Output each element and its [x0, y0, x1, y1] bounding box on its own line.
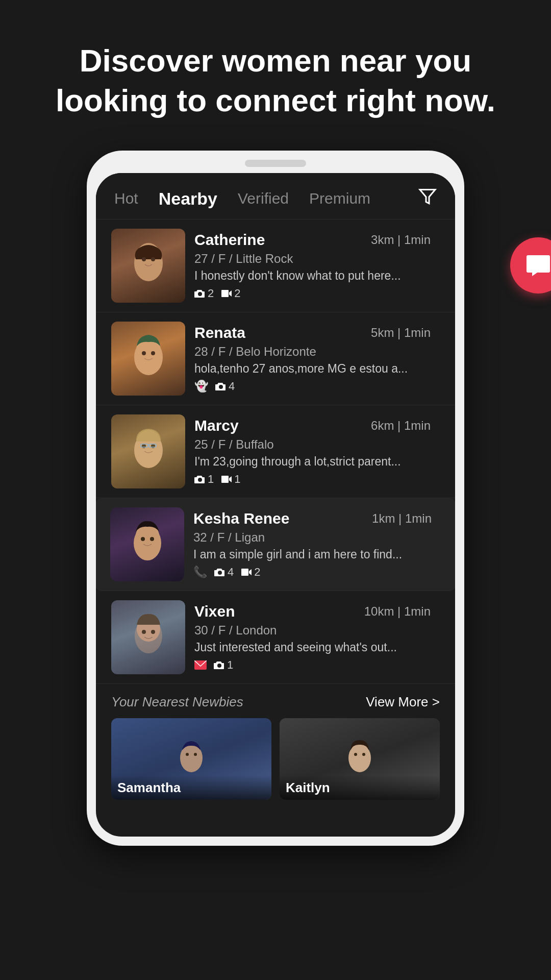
user-badges-renata: 👻 4	[194, 380, 431, 393]
user-bio-vixen: Just interested and seeing what's out...	[194, 641, 409, 654]
svg-point-3	[142, 257, 146, 261]
svg-point-26	[186, 753, 189, 756]
tab-premium[interactable]: Premium	[309, 190, 370, 207]
user-info-marcy: Marcy 6km | 1min 25 / F / Buffalo I'm 23…	[185, 417, 440, 486]
newbies-header: Your Nearest Newbies View More >	[111, 694, 440, 710]
phone-wrapper: Hot Nearby Verified Premium	[0, 140, 551, 856]
user-row-marcy[interactable]: Marcy 6km | 1min 25 / F / Buffalo I'm 23…	[96, 405, 455, 498]
user-name-kesha: Kesha Renee	[193, 510, 289, 527]
user-meta-renata: 28 / F / Belo Horizonte	[194, 345, 431, 359]
newbies-grid: Samantha	[111, 718, 440, 800]
svg-point-22	[151, 630, 155, 634]
svg-marker-0	[420, 190, 435, 204]
tab-hot[interactable]: Hot	[114, 190, 138, 207]
svg-point-7	[142, 351, 146, 355]
badge-camera: 4	[214, 566, 234, 579]
avatar-renata	[111, 322, 185, 396]
badge-phone: 📞	[193, 566, 207, 579]
user-info-renata: Renata 5km | 1min 28 / F / Belo Horizont…	[185, 324, 440, 393]
badge-camera: 2	[194, 287, 214, 300]
filter-icon[interactable]	[418, 187, 437, 210]
user-distance-catherine: 3km | 1min	[371, 233, 431, 247]
avatar-marcy	[111, 414, 185, 488]
user-name-vixen: Vixen	[194, 603, 235, 620]
svg-point-8	[151, 351, 155, 355]
user-row-kesha[interactable]: Kesha Renee 1km | 1min 32 / F / Ligan I …	[96, 498, 455, 591]
user-info-vixen: Vixen 10km | 1min 30 / F / London Just i…	[185, 603, 440, 672]
user-name-renata: Renata	[194, 324, 245, 341]
avatar-catherine	[111, 229, 185, 303]
user-list: Catherine 3km | 1min 27 / F / Little Roc…	[96, 219, 455, 810]
user-info-catherine: Catherine 3km | 1min 27 / F / Little Roc…	[185, 231, 440, 300]
user-bio-kesha: I am a simple girl and i am here to find…	[193, 548, 408, 561]
badge-video: 2	[221, 287, 240, 300]
tab-nearby[interactable]: Nearby	[159, 189, 217, 209]
badge-video: 2	[241, 566, 260, 579]
newbie-card-samantha[interactable]: Samantha	[111, 718, 271, 800]
svg-point-17	[141, 537, 145, 541]
phone-notch	[245, 160, 306, 167]
user-distance-marcy: 6km | 1min	[371, 419, 431, 433]
view-more-button[interactable]: View More >	[366, 694, 440, 710]
svg-point-21	[142, 630, 146, 634]
avatar-kesha	[110, 507, 184, 581]
user-bio-renata: hola,tenho 27 anos,more MG e estou a...	[194, 362, 409, 376]
newbie-overlay-kaitlyn: Kaitlyn	[280, 775, 440, 800]
user-row-renata[interactable]: Renata 5km | 1min 28 / F / Belo Horizont…	[96, 312, 455, 405]
newbies-section: Your Nearest Newbies View More >	[96, 684, 455, 810]
user-distance-kesha: 1km | 1min	[372, 511, 432, 526]
user-badges-marcy: 1 1	[194, 473, 431, 486]
headline-line2: looking to connect right now.	[56, 83, 495, 118]
phone-frame: Hot Nearby Verified Premium	[87, 151, 464, 846]
svg-point-18	[150, 537, 154, 541]
user-distance-renata: 5km | 1min	[371, 326, 431, 340]
user-row-catherine[interactable]: Catherine 3km | 1min 27 / F / Little Roc…	[96, 219, 455, 312]
user-distance-vixen: 10km | 1min	[364, 604, 431, 619]
svg-point-12	[151, 444, 155, 448]
newbie-card-kaitlyn[interactable]: Kaitlyn	[280, 718, 440, 800]
svg-point-30	[354, 753, 357, 756]
fab-button[interactable]	[510, 237, 551, 293]
user-meta-kesha: 32 / F / Ligan	[193, 530, 432, 545]
user-bio-marcy: I'm 23,going through a lot,strict parent…	[194, 455, 409, 469]
badge-camera: 1	[214, 658, 233, 672]
svg-point-11	[142, 444, 146, 448]
user-name-catherine: Catherine	[194, 231, 265, 249]
badge-camera: 4	[215, 380, 235, 393]
user-badges-vixen: 1	[194, 658, 431, 672]
svg-point-27	[194, 753, 197, 756]
headline: Discover women near you looking to conne…	[0, 0, 551, 140]
newbie-name-samantha: Samantha	[117, 780, 181, 795]
avatar-vixen	[111, 600, 185, 674]
user-row-vixen[interactable]: Vixen 10km | 1min 30 / F / London Just i…	[96, 591, 455, 684]
headline-line1: Discover women near you	[80, 43, 471, 78]
svg-point-4	[151, 257, 155, 261]
user-meta-catherine: 27 / F / Little Rock	[194, 252, 431, 266]
newbie-overlay-samantha: Samantha	[111, 775, 271, 800]
tab-verified[interactable]: Verified	[238, 190, 289, 207]
user-meta-marcy: 25 / F / Buffalo	[194, 437, 431, 452]
tabs-bar: Hot Nearby Verified Premium	[96, 173, 455, 219]
phone-screen: Hot Nearby Verified Premium	[96, 173, 455, 837]
user-bio-catherine: I honestly don't know what to put here..…	[194, 269, 409, 283]
badge-snap: 👻	[194, 380, 208, 393]
newbie-name-kaitlyn: Kaitlyn	[286, 780, 330, 795]
svg-point-31	[362, 753, 365, 756]
user-meta-vixen: 30 / F / London	[194, 623, 431, 638]
user-name-marcy: Marcy	[194, 417, 239, 434]
newbies-title: Your Nearest Newbies	[111, 694, 243, 710]
badge-camera: 1	[194, 473, 214, 486]
badge-mail	[194, 660, 207, 670]
user-badges-catherine: 2 2	[194, 287, 431, 300]
badge-video: 1	[221, 473, 240, 486]
user-badges-kesha: 📞 4 2	[193, 566, 432, 579]
user-info-kesha: Kesha Renee 1km | 1min 32 / F / Ligan I …	[184, 510, 441, 579]
